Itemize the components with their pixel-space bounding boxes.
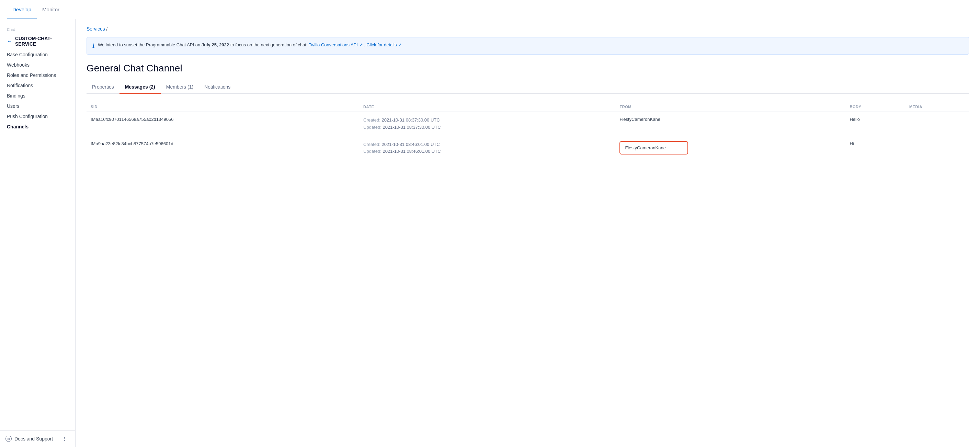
row2-created-label: Created: [363, 142, 380, 147]
sidebar-item-users[interactable]: Users [0, 101, 75, 111]
row1-updated-val: 2021-10-31 08:37:30.00 UTC [382, 125, 441, 130]
tab-notifications[interactable]: Notifications [199, 81, 236, 94]
sidebar-item-roles[interactable]: Roles and Permissions [0, 70, 75, 80]
main-layout: Chat ← CUSTOM-CHAT-SERVICE Base Configur… [0, 19, 980, 447]
breadcrumb-separator: / [107, 26, 108, 32]
sidebar-item-base-config[interactable]: Base Configuration [0, 49, 75, 60]
service-name-label: CUSTOM-CHAT-SERVICE [15, 36, 68, 47]
row2-date: Created: 2021-10-31 08:46:01.00 UTC Upda… [359, 136, 615, 160]
services-link[interactable]: Services [86, 26, 105, 32]
sidebar-section-label: Chat [0, 25, 75, 33]
info-banner: ℹ We intend to sunset the Programmable C… [86, 37, 969, 54]
row1-media [905, 112, 969, 136]
row2-created-val: 2021-10-31 08:46:01.00 UTC [382, 142, 440, 147]
back-icon: ← [7, 38, 12, 44]
sidebar-item-push-config[interactable]: Push Configuration [0, 111, 75, 121]
docs-support-link[interactable]: ⊕ Docs and Support [5, 436, 53, 442]
info-banner-text: We intend to sunset the Programmable Cha… [98, 41, 402, 48]
tab-develop[interactable]: Develop [7, 0, 37, 19]
row1-updated-label: Updated: [363, 125, 382, 130]
tab-messages[interactable]: Messages (2) [119, 81, 161, 94]
sidebar: Chat ← CUSTOM-CHAT-SERVICE Base Configur… [0, 19, 76, 447]
row2-media [905, 136, 969, 160]
col-media: MEDIA [905, 102, 969, 112]
row2-sid: IMa9aa23e82fc84bcb877574a7e596601d [86, 136, 359, 160]
conversations-api-link[interactable]: Twilio Conversations API ↗ [309, 42, 363, 48]
sidebar-item-notifications[interactable]: Notifications [0, 80, 75, 91]
tabs: Properties Messages (2) Members (1) Noti… [86, 81, 969, 94]
sidebar-item-channels[interactable]: Channels [0, 121, 75, 132]
docs-support-label: Docs and Support [14, 436, 53, 442]
tab-members[interactable]: Members (1) [161, 81, 199, 94]
page-title: General Chat Channel [86, 63, 969, 74]
row1-sid: IMaa16fc90701146568a755a02d1349056 [86, 112, 359, 136]
row2-highlight-box: FiestyCameronKane [619, 141, 688, 154]
breadcrumb: Services / [86, 26, 969, 32]
more-options-button[interactable]: ⋮ [59, 435, 70, 443]
info-icon: ℹ [92, 42, 94, 50]
row1-from: FiestyCameronKane [615, 112, 845, 136]
sidebar-service-name[interactable]: ← CUSTOM-CHAT-SERVICE [0, 33, 75, 49]
row2-from: FiestyCameronKane [625, 145, 666, 150]
row2-updated-label: Updated: [363, 149, 382, 154]
top-nav: Develop Monitor [0, 0, 980, 19]
row2-from-cell: FiestyCameronKane [615, 136, 845, 160]
tab-monitor[interactable]: Monitor [37, 0, 65, 19]
row1-date: Created: 2021-10-31 08:37:30.00 UTC Upda… [359, 112, 615, 136]
sidebar-bottom: ⊕ Docs and Support ⋮ [0, 430, 75, 447]
messages-table: SID DATE FROM BODY MEDIA IMaa16fc9070114… [86, 102, 969, 160]
col-from: FROM [615, 102, 845, 112]
row1-created-label: Created: [363, 118, 380, 122]
sunset-date: July 25, 2022 [202, 42, 229, 48]
table-row[interactable]: IMaa16fc90701146568a755a02d1349056 Creat… [86, 112, 969, 136]
col-body: BODY [845, 102, 905, 112]
row1-body: Hello [845, 112, 905, 136]
sidebar-item-webhooks[interactable]: Webhooks [0, 60, 75, 70]
col-sid: SID [86, 102, 359, 112]
row2-updated-val: 2021-10-31 08:46:01.00 UTC [382, 149, 441, 154]
row1-created-val: 2021-10-31 08:37:30.00 UTC [382, 118, 440, 122]
col-date: DATE [359, 102, 615, 112]
row2-body: Hi [845, 136, 905, 160]
tab-properties[interactable]: Properties [86, 81, 119, 94]
content-area: Services / ℹ We intend to sunset the Pro… [76, 19, 980, 447]
globe-icon: ⊕ [5, 436, 12, 442]
table-row[interactable]: IMa9aa23e82fc84bcb877574a7e596601d Creat… [86, 136, 969, 160]
sidebar-item-bindings[interactable]: Bindings [0, 91, 75, 101]
click-for-details-link[interactable]: Click for details ↗ [366, 42, 402, 48]
